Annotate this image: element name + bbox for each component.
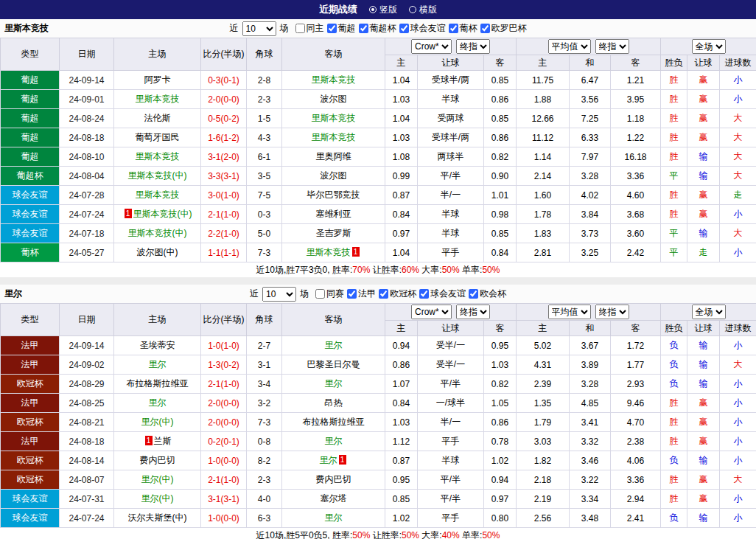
summary-stat-label: 胜率: <box>332 265 352 275</box>
corner-score: 2-7 <box>247 336 282 355</box>
team-link[interactable]: 里尔 <box>325 378 343 389</box>
home-team: 1里斯本竞技(中) <box>114 205 201 224</box>
team-link[interactable]: 里斯本竞技(中) <box>133 209 192 219</box>
avg-final-select[interactable]: 终指 <box>595 305 629 319</box>
scope-select[interactable]: 全场 <box>692 39 726 54</box>
checkbox-input[interactable] <box>480 24 490 33</box>
team-link[interactable]: 里尔 <box>320 455 337 465</box>
team-link[interactable]: 里斯本竞技 <box>307 247 351 257</box>
team-link[interactable]: 里尔(中) <box>141 474 174 484</box>
corner-score: 3-4 <box>247 375 282 394</box>
filter-checkbox-0[interactable]: 同主 <box>295 22 324 35</box>
filter-checkbox-4[interactable]: 欧会杯 <box>469 288 506 300</box>
team-link[interactable]: 塞尔塔 <box>321 493 347 504</box>
team-link[interactable]: 波尔图 <box>321 94 347 104</box>
table-body: 葡超 24-09-14 阿罗卡 0-3(0-1) 2-8 里斯本竞技 1.04 … <box>1 71 756 262</box>
team-link[interactable]: 里尔 <box>149 397 167 408</box>
team-link[interactable]: 塞维利亚 <box>316 209 351 219</box>
odds-source-select[interactable]: Crow* <box>411 305 452 319</box>
checkbox-input[interactable] <box>449 24 458 33</box>
home-team: 1兰斯 <box>114 432 201 451</box>
filter-checkbox-2[interactable]: 欧冠杯 <box>379 288 416 300</box>
filter-checkbox-1[interactable]: 法甲 <box>347 288 376 300</box>
checkbox-input[interactable] <box>419 289 429 299</box>
team-link[interactable]: 里斯本竞技(中) <box>128 228 187 238</box>
team-link[interactable]: 阿罗卡 <box>144 74 171 85</box>
team-link[interactable]: 毕尔巴鄂竞技 <box>307 189 360 200</box>
checkbox-input[interactable] <box>359 24 368 33</box>
team-link[interactable]: 里奥阿维 <box>316 151 351 161</box>
team-link[interactable]: 法伦斯 <box>144 113 171 123</box>
team-link[interactable]: 里尔(中) <box>141 493 174 504</box>
scope-select[interactable]: 全场 <box>692 305 726 319</box>
home-team: 葡萄牙国民 <box>114 128 201 147</box>
team-link[interactable]: 布拉格斯拉维亚 <box>127 378 189 389</box>
team-link[interactable]: 里尔 <box>325 340 343 350</box>
team-link[interactable]: 里斯本竞技 <box>312 74 356 85</box>
team-link[interactable]: 里斯本竞技 <box>136 94 180 104</box>
away-team: 里尔 <box>282 432 385 451</box>
avg-draw-value: 4.85 <box>570 394 611 413</box>
checkbox-input[interactable] <box>469 289 478 299</box>
layout-radio-horizontal[interactable]: 横版 <box>409 4 437 16</box>
odds-source-select[interactable]: Crow* <box>411 39 452 54</box>
filter-checkbox-3[interactable]: 球会友谊 <box>399 22 446 35</box>
team-link[interactable]: 里斯本竞技 <box>312 132 356 142</box>
away-team: 布拉格斯拉维亚 <box>282 413 385 432</box>
team-link[interactable]: 波尔图 <box>321 170 347 181</box>
filter-checkbox-3[interactable]: 球会友谊 <box>419 288 466 300</box>
team-link[interactable]: 里斯本竞技 <box>312 113 356 123</box>
team-link[interactable]: 昂热 <box>325 397 343 408</box>
team-link[interactable]: 里斯本竞技 <box>136 151 180 161</box>
avg-source-select[interactable]: 平均值 <box>548 39 591 54</box>
avg-final-select[interactable]: 终指 <box>595 39 629 54</box>
team-link[interactable]: 里斯本竞技(中) <box>128 170 187 181</box>
filter-checkbox-0[interactable]: 同赛 <box>315 288 344 300</box>
team-link[interactable]: 圣埃蒂安 <box>140 340 175 350</box>
team-link[interactable]: 波尔图(中) <box>137 247 178 257</box>
odds-final-select[interactable]: 终指 <box>456 39 490 54</box>
result-winlose: 胜 <box>661 470 687 490</box>
checkbox-input[interactable] <box>399 24 409 33</box>
checkbox-input[interactable] <box>295 24 305 33</box>
team-link[interactable]: 里尔(中) <box>141 417 174 427</box>
corner-score: 8-2 <box>247 451 282 470</box>
recent-count-select[interactable]: 10 <box>242 21 276 36</box>
avg-draw-value: 3.48 <box>570 509 611 528</box>
filter-checkbox-1[interactable]: 葡超 <box>327 22 356 35</box>
checkbox-input[interactable] <box>315 289 325 299</box>
team-link[interactable]: 葡萄牙国民 <box>136 132 180 142</box>
corner-score: 6-3 <box>247 509 282 528</box>
checkbox-input[interactable] <box>379 289 388 299</box>
layout-radio-vertical[interactable]: 竖版 <box>369 4 397 16</box>
team-link[interactable]: 沃尔夫斯堡(中) <box>128 512 187 523</box>
odds-handicap-value: 受球半/两 <box>418 128 484 147</box>
checkbox-input[interactable] <box>327 24 337 33</box>
team-link[interactable]: 里尔 <box>149 359 167 369</box>
odds-away-value: 0.82 <box>484 375 517 394</box>
recent-count-select[interactable]: 10 <box>262 287 296 302</box>
scope-select-cell: 全场 <box>661 304 756 321</box>
summary-stat-value: 70% <box>352 265 370 275</box>
team-link[interactable]: 兰斯 <box>154 436 172 446</box>
team-link[interactable]: 布拉格斯拉维亚 <box>303 417 365 427</box>
filter-checkbox-4[interactable]: 葡杯 <box>449 22 477 35</box>
corner-score: 5-0 <box>247 224 282 243</box>
team-link[interactable]: 巴黎圣日尔曼 <box>307 359 360 369</box>
odds-final-select[interactable]: 终指 <box>456 305 490 319</box>
team-link[interactable]: 里斯本竞技 <box>136 189 180 200</box>
result-handicap: 输 <box>687 451 720 470</box>
filter-checkbox-5[interactable]: 欧罗巴杯 <box>480 22 527 35</box>
team-link[interactable]: 里尔 <box>325 436 343 446</box>
team-link[interactable]: 里尔 <box>325 512 343 523</box>
checkbox-input[interactable] <box>347 289 357 299</box>
team-link[interactable]: 费内巴切 <box>316 474 351 484</box>
team-link[interactable]: 圣吉罗斯 <box>316 228 351 238</box>
match-date: 24-08-07 <box>60 470 114 490</box>
avg-source-select[interactable]: 平均值 <box>548 305 591 319</box>
corner-score: 3-2 <box>247 394 282 413</box>
score: 3-3(3-1) <box>201 167 247 186</box>
filter-checkbox-2[interactable]: 葡超杯 <box>359 22 396 35</box>
team-link[interactable]: 费内巴切 <box>140 455 175 465</box>
avg-draw-value: 3.84 <box>570 205 611 224</box>
